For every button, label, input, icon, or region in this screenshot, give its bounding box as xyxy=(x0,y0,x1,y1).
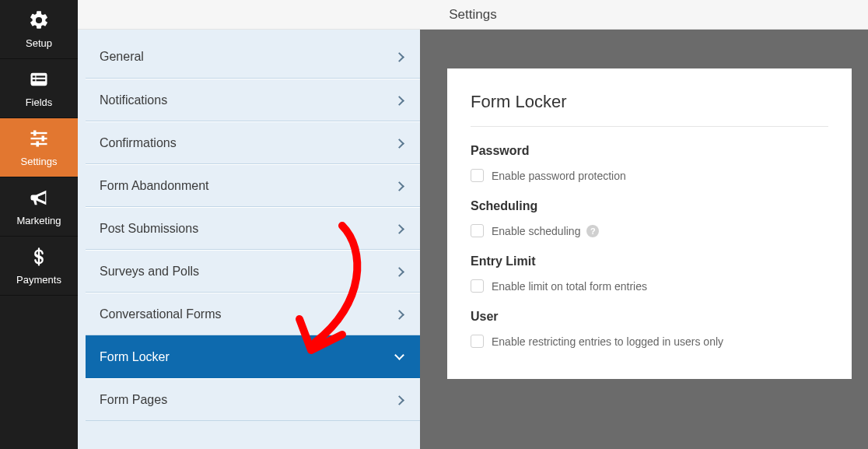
svg-rect-3 xyxy=(33,79,36,81)
option-label: Enable limit on total form entries xyxy=(492,280,647,293)
chevron-right-icon xyxy=(396,265,403,279)
form-locker-panel: Form Locker Password Enable password pro… xyxy=(447,68,852,379)
checkbox-icon[interactable] xyxy=(471,224,484,237)
nav-label: Payments xyxy=(16,274,61,286)
chevron-down-icon xyxy=(396,350,403,364)
nav-item-fields[interactable]: Fields xyxy=(0,59,78,118)
svg-rect-4 xyxy=(37,79,46,81)
sliders-icon xyxy=(28,128,50,153)
chevron-right-icon xyxy=(396,393,403,407)
svg-rect-2 xyxy=(37,75,46,77)
chevron-right-icon xyxy=(396,307,403,321)
group-heading-entry-limit: Entry Limit xyxy=(471,254,828,268)
option-label: Enable scheduling xyxy=(492,225,580,237)
settings-item-label: Confirmations xyxy=(100,136,177,150)
gear-icon xyxy=(28,9,50,34)
chevron-right-icon xyxy=(396,50,403,64)
option-entry-limit[interactable]: Enable limit on total form entries xyxy=(471,279,828,293)
settings-item-form-abandonment[interactable]: Form Abandonment xyxy=(86,164,420,207)
svg-rect-10 xyxy=(37,142,40,147)
option-scheduling[interactable]: Enable scheduling ? xyxy=(471,224,828,237)
svg-rect-8 xyxy=(33,131,37,136)
dollar-icon xyxy=(28,246,50,271)
settings-item-label: Form Pages xyxy=(100,393,167,407)
settings-item-form-locker[interactable]: Form Locker xyxy=(86,335,420,378)
nav-label: Marketing xyxy=(16,215,61,226)
settings-item-form-pages[interactable]: Form Pages xyxy=(86,378,420,421)
settings-item-label: Conversational Forms xyxy=(100,307,222,321)
panel-area: Form Locker Password Enable password pro… xyxy=(420,30,868,449)
left-nav: Setup Fields Settings Marketing Payments xyxy=(0,0,78,449)
checkbox-icon[interactable] xyxy=(471,335,484,348)
checkbox-icon[interactable] xyxy=(471,279,484,293)
svg-rect-5 xyxy=(31,132,47,134)
settings-item-label: Notifications xyxy=(100,93,167,107)
option-password[interactable]: Enable password protection xyxy=(471,169,828,182)
nav-label: Fields xyxy=(26,96,53,108)
settings-item-label: Surveys and Polls xyxy=(100,265,199,279)
page-title: Settings xyxy=(449,7,496,23)
page-title-bar: Settings xyxy=(78,0,868,30)
option-label: Enable restricting entries to logged in … xyxy=(492,335,723,348)
settings-item-confirmations[interactable]: Confirmations xyxy=(86,121,420,164)
option-user[interactable]: Enable restricting entries to logged in … xyxy=(471,335,828,348)
content-area: Settings General Notifications Confirmat… xyxy=(78,0,868,449)
nav-item-setup[interactable]: Setup xyxy=(0,0,78,59)
settings-item-label: Form Abandonment xyxy=(100,179,209,193)
svg-rect-6 xyxy=(31,138,47,139)
bullhorn-icon xyxy=(28,187,50,212)
help-icon[interactable]: ? xyxy=(586,225,599,237)
svg-rect-1 xyxy=(33,75,36,77)
nav-label: Setup xyxy=(26,37,52,49)
chevron-right-icon xyxy=(396,136,403,150)
settings-item-label: Post Submissions xyxy=(100,222,198,236)
chevron-right-icon xyxy=(396,222,403,236)
app-root: Setup Fields Settings Marketing Payments xyxy=(0,0,868,449)
nav-item-settings[interactable]: Settings xyxy=(0,118,78,177)
settings-item-notifications[interactable]: Notifications xyxy=(86,79,420,121)
group-heading-scheduling: Scheduling xyxy=(471,199,828,213)
chevron-right-icon xyxy=(396,179,403,193)
checkbox-icon[interactable] xyxy=(471,169,484,182)
settings-list: General Notifications Confirmations Form… xyxy=(78,30,420,449)
option-label: Enable password protection xyxy=(492,170,626,182)
group-heading-password: Password xyxy=(471,144,828,158)
settings-item-surveys-polls[interactable]: Surveys and Polls xyxy=(86,250,420,293)
settings-item-general[interactable]: General xyxy=(86,36,420,79)
nav-item-marketing[interactable]: Marketing xyxy=(0,177,78,237)
list-icon xyxy=(28,68,50,93)
svg-rect-9 xyxy=(42,136,45,142)
group-heading-user: User xyxy=(471,310,828,324)
panel-title: Form Locker xyxy=(471,92,828,127)
settings-item-label: General xyxy=(100,50,144,64)
nav-label: Settings xyxy=(21,156,58,167)
chevron-right-icon xyxy=(396,93,403,107)
nav-item-payments[interactable]: Payments xyxy=(0,237,78,296)
settings-item-conversational-forms[interactable]: Conversational Forms xyxy=(86,293,420,335)
main-area: General Notifications Confirmations Form… xyxy=(78,30,868,449)
settings-item-label: Form Locker xyxy=(100,350,170,364)
settings-item-post-submissions[interactable]: Post Submissions xyxy=(86,207,420,250)
